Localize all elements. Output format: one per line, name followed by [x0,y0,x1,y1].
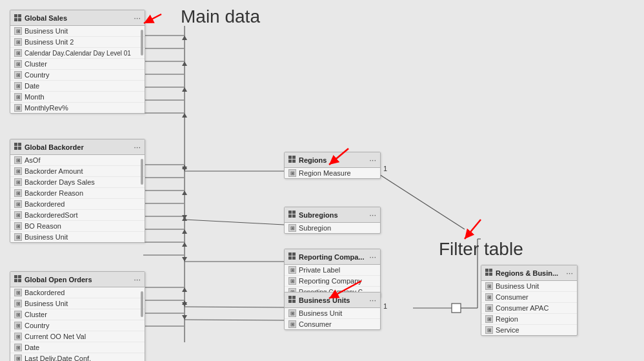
global-backorder-menu[interactable]: ··· [134,142,141,152]
svg-rect-79 [489,273,492,276]
svg-rect-60 [288,156,292,159]
svg-line-21 [185,220,284,225]
global-sales-header[interactable]: Global Sales ··· [10,10,145,26]
svg-rect-57 [18,275,21,278]
join-label-regions: 1 [383,165,387,172]
arrow-regions [316,145,355,178]
svg-rect-62 [288,160,292,163]
global-open-orders-menu[interactable]: ··· [134,274,141,284]
regions-business-menu[interactable]: ··· [566,268,573,278]
svg-rect-54 [14,147,17,150]
svg-marker-42 [182,216,187,221]
global-backorder-title: Global Backorder [25,143,84,151]
field-icon: ⊞ [14,344,22,351]
field-icon: ⊞ [14,167,22,175]
subregions-menu[interactable]: ··· [369,210,376,220]
field-icon: ⊞ [14,200,22,208]
svg-marker-37 [182,61,187,66]
global-sales-table[interactable]: Global Sales ··· ⊞Business Unit ⊞Busines… [10,10,145,114]
arrow-filter-table [452,216,490,249]
field-icon: ⊞ [288,224,296,232]
svg-rect-69 [292,253,296,256]
table-grid-icon8 [485,269,493,278]
svg-rect-48 [14,14,17,17]
reporting-company-menu[interactable]: ··· [369,252,376,262]
table-row: ⊞Backorder Days Sales [10,177,145,188]
field-icon: ⊞ [14,71,22,79]
subregions-table[interactable]: Subregions ··· ⊞Subregion [284,207,381,234]
business-units-menu[interactable]: ··· [369,295,376,305]
global-backorder-header[interactable]: Global Backorder ··· [10,139,145,155]
table-row: ⊞MonthlyRev% [10,103,145,113]
table-row: ⊞Country [10,320,145,331]
field-icon: ⊞ [288,266,296,274]
table-row: ⊞Cluster [10,309,145,320]
svg-marker-36 [182,36,187,40]
field-icon: ⊞ [485,315,493,323]
svg-rect-50 [14,18,17,21]
table-row: ⊞Calendar Day.Calendar Day Level 01 [10,48,145,59]
table-row: ⊞Business Unit [481,281,577,292]
table-row: ⊞Backordered [10,287,145,298]
table-row: ⊞Subregion [285,223,380,233]
svg-rect-53 [18,143,21,146]
table-row: ⊞Backorder Amount [10,166,145,177]
field-icon: ⊞ [485,293,493,301]
table-row: ⊞Month [10,92,145,103]
table-row: ⊞Consumer APAC [481,303,577,314]
regions-business-table[interactable]: Regions & Busin... ··· ⊞Business Unit ⊞C… [481,265,578,336]
svg-rect-67 [292,214,296,218]
svg-rect-64 [288,211,292,214]
table-row: ⊞AsOf [10,155,145,166]
global-backorder-table[interactable]: Global Backorder ··· ⊞AsOf ⊞Backorder Am… [10,139,145,243]
svg-rect-52 [14,143,17,146]
field-icon: ⊞ [14,211,22,219]
svg-rect-77 [489,269,492,272]
field-icon: ⊞ [485,326,493,334]
svg-rect-49 [18,14,21,17]
field-icon: ⊞ [14,333,22,340]
field-icon: ⊞ [288,309,296,317]
svg-marker-35 [182,315,187,320]
global-open-orders-title: Global Open Orders [25,276,92,284]
svg-rect-61 [292,156,296,159]
table-row: ⊞Last Deliv.Date Conf. [10,353,145,361]
svg-marker-34 [182,302,187,307]
table-row: ⊞Consumer [481,292,577,303]
subregions-title: Subregions [299,211,338,219]
table-grid-icon2 [14,143,22,152]
svg-rect-63 [292,160,296,163]
svg-rect-72 [288,296,292,299]
table-grid-icon4 [288,156,296,165]
field-icon: ⊞ [14,189,22,197]
table-grid-icon [14,14,22,22]
regions-menu[interactable]: ··· [369,155,376,165]
svg-line-80 [144,14,161,23]
field-icon: ⊞ [14,322,22,329]
table-row: ⊞Backordered [10,199,145,210]
table-row: ⊞Country [10,70,145,81]
regions-business-header[interactable]: Regions & Busin... ··· [481,265,577,281]
arrow-business-units [316,278,368,310]
global-open-orders-header[interactable]: Global Open Orders ··· [10,272,145,287]
svg-rect-55 [18,147,21,150]
svg-rect-70 [288,256,292,260]
svg-rect-27 [452,304,461,313]
table-row: ⊞Business Unit 2 [10,37,145,48]
table-row: ⊞Backorder Reason [10,188,145,199]
subregions-header[interactable]: Subregions ··· [285,207,380,223]
reporting-company-header[interactable]: Reporting Compa... ··· [285,249,380,265]
table-grid-icon3 [14,275,22,284]
field-icon: ⊞ [288,169,296,177]
table-row: ⊞Business Unit [10,298,145,309]
field-icon: ⊞ [485,282,493,290]
diagram-canvas[interactable]: Global Sales ··· ⊞Business Unit ⊞Busines… [0,0,644,361]
svg-rect-74 [288,300,292,303]
global-open-orders-table[interactable]: Global Open Orders ··· ⊞Backordered ⊞Bus… [10,271,145,361]
field-icon: ⊞ [14,38,22,46]
svg-rect-65 [292,211,296,214]
field-icon: ⊞ [14,311,22,318]
table-row: ⊞Current OO Net Val [10,331,145,342]
svg-rect-58 [14,279,17,282]
svg-marker-41 [182,191,187,195]
